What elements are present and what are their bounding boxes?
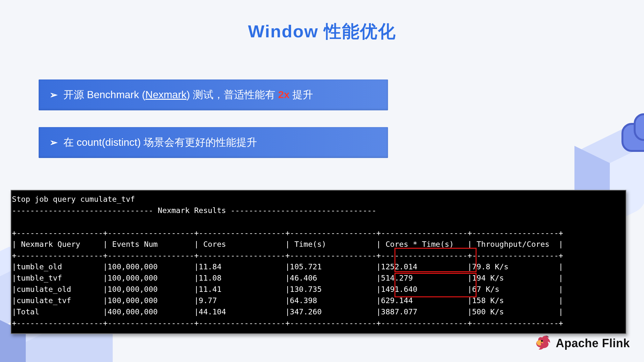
table-row: |cumulate_tvf |100,000,000 |9.77 |64.398… [12,296,563,305]
table-row: |cumulate_old |100,000,000 |11.41 |130.7… [12,285,563,294]
bullet-1-highlight: 2x [278,89,290,100]
footer-logo: Apache Flink [532,334,630,352]
bullet-1: ➢ 开源 Benchmark (Nexmark) 测试，普适性能有 2x 提升 [39,79,388,110]
footer-product-name: Apache Flink [556,337,630,350]
table-row: |Total |400,000,000 |44.104 |347.260 |38… [12,307,563,316]
bullet-1-prefix: 开源 Benchmark ( [63,89,145,100]
bullet-2-text: 在 count(distinct) 场景会有更好的性能提升 [63,135,257,150]
svg-point-0 [541,340,543,342]
terminal-border: +-------------------+-------------------… [12,228,563,237]
table-row: |tumble_old |100,000,000 |11.84 |105.721… [12,262,563,271]
nexmark-link[interactable]: Nexmark [145,89,186,100]
flink-squirrel-icon [532,334,551,352]
bullet-1-mid: ) 测试，普适性能有 [186,89,278,100]
table-row: |tumble_tvf |100,000,000 |11.08 |46.406 … [12,274,563,283]
slide-title: Window 性能优化 [0,20,644,43]
cloud-icon [621,119,644,148]
terminal-border: +-------------------+-------------------… [12,251,563,260]
terminal-output: Stop job query cumulate_tvf ------------… [11,190,626,334]
bullet-2: ➢ 在 count(distinct) 场景会有更好的性能提升 [39,127,388,158]
terminal-stop-line: Stop job query cumulate_tvf [12,195,135,204]
bullet-arrow-icon: ➢ [50,137,58,148]
terminal-header: | Nexmark Query | Events Num | Cores | T… [12,240,563,249]
bullet-1-suffix: 提升 [289,89,313,100]
bullet-arrow-icon: ➢ [50,89,58,100]
bullet-1-text: 开源 Benchmark (Nexmark) 测试，普适性能有 2x 提升 [63,88,313,102]
terminal-border: +-------------------+-------------------… [12,319,563,328]
terminal-banner: ------------------------------- Nexmark … [12,206,376,215]
